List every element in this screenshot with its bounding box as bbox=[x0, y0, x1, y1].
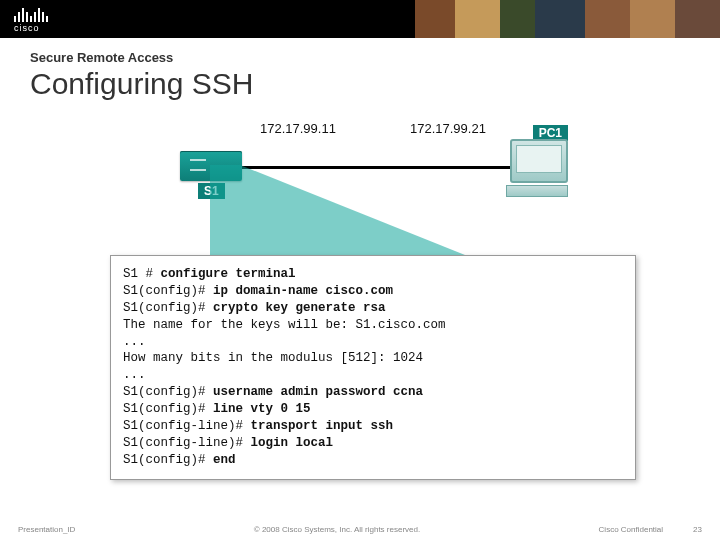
cli-line: S1(config)# crypto key generate rsa bbox=[123, 300, 623, 317]
top-bar: cisco bbox=[0, 0, 720, 38]
cli-line: ... bbox=[123, 334, 623, 351]
slide-title: Configuring SSH bbox=[30, 67, 690, 101]
slide-kicker: Secure Remote Access bbox=[30, 50, 690, 65]
cli-line: How many bits in the modulus [512]: 1024 bbox=[123, 350, 623, 367]
footer-center: © 2008 Cisco Systems, Inc. All rights re… bbox=[254, 525, 420, 534]
footer-confidential: Cisco Confidential bbox=[599, 525, 663, 534]
cli-line: S1 # configure terminal bbox=[123, 266, 623, 283]
footer-left: Presentation_ID bbox=[18, 525, 75, 534]
cisco-bars-icon bbox=[14, 6, 48, 22]
diagram-area: 172.17.99.11 172.17.99.21 S1 PC1 S1 # co… bbox=[0, 105, 720, 485]
title-block: Secure Remote Access Configuring SSH bbox=[0, 38, 720, 105]
cli-terminal: S1 # configure terminalS1(config)# ip do… bbox=[110, 255, 636, 480]
switch-ip-label: 172.17.99.11 bbox=[260, 121, 336, 136]
cli-line: S1(config)# username admin password ccna bbox=[123, 384, 623, 401]
svg-marker-0 bbox=[210, 165, 490, 265]
cli-line: The name for the keys will be: S1.cisco.… bbox=[123, 317, 623, 334]
cli-line: S1(config-line)# transport input ssh bbox=[123, 418, 623, 435]
cisco-logo: cisco bbox=[0, 6, 48, 33]
slide-footer: Presentation_ID © 2008 Cisco Systems, In… bbox=[0, 525, 720, 534]
cli-line: S1(config)# line vty 0 15 bbox=[123, 401, 623, 418]
cli-line: ... bbox=[123, 367, 623, 384]
cli-line: S1(config)# end bbox=[123, 452, 623, 469]
pc-ip-label: 172.17.99.21 bbox=[410, 121, 486, 136]
header-photo-strip bbox=[415, 0, 720, 38]
cisco-logo-text: cisco bbox=[14, 23, 48, 33]
footer-page-number: 23 bbox=[693, 525, 702, 534]
cli-line: S1(config)# ip domain-name cisco.com bbox=[123, 283, 623, 300]
cli-line: S1(config-line)# login local bbox=[123, 435, 623, 452]
